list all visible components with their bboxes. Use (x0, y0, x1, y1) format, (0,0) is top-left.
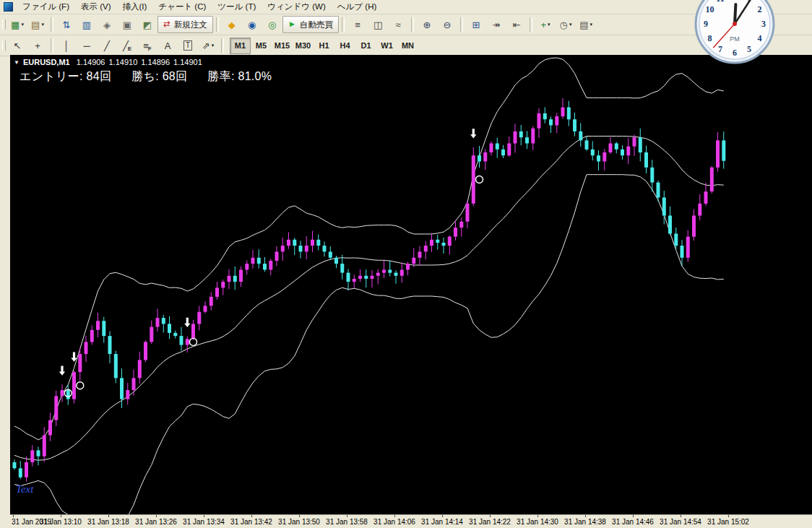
text-label-tool[interactable]: T (178, 37, 198, 54)
timeframe-h1[interactable]: H1 (314, 38, 334, 54)
horizontal-line-tool[interactable]: ─ (77, 37, 97, 54)
tile-windows-icon: ⊞ (472, 20, 480, 30)
chevron-down-icon[interactable]: ▼ (14, 59, 20, 66)
arrows-caret-icon[interactable]: ▾ (212, 43, 215, 48)
entry-arrow-icon (470, 129, 476, 138)
candle-body (692, 216, 696, 237)
menu-file[interactable]: ファイル (F) (17, 0, 75, 14)
candle-body (43, 436, 46, 456)
candle-body (644, 152, 648, 168)
timeframe-w1[interactable]: W1 (376, 38, 397, 54)
chart-shift-tool[interactable]: ⇤ (506, 16, 527, 33)
candle-body (311, 240, 314, 246)
candle-body (567, 108, 571, 120)
strategy-tester-tool[interactable]: ◩ (137, 16, 157, 33)
line-chart-mode-icon: ≈ (395, 20, 400, 30)
menu-help[interactable]: ヘルプ (H) (332, 0, 382, 14)
auto-scroll-tool[interactable]: ↠ (486, 16, 506, 33)
navigator-tool[interactable]: ◈ (97, 16, 117, 33)
zoom-in-tool[interactable]: ⊕ (417, 16, 437, 33)
line-chart-mode-tool[interactable]: ≈ (388, 16, 408, 33)
chart-text-object[interactable]: Text (16, 483, 33, 495)
cursor-tool[interactable]: ↖ (7, 37, 27, 54)
metaeditor-tool[interactable]: ◆ (222, 16, 242, 33)
crosshair-tool[interactable]: + (27, 37, 48, 54)
candle-body (228, 276, 231, 282)
candle-body (78, 354, 82, 372)
new-chart-tool[interactable]: ▦▾ (7, 16, 27, 33)
menu-charts[interactable]: チャート (C) (152, 0, 212, 14)
timeframe-mn[interactable]: MN (397, 38, 418, 54)
clock-number: 6 (733, 48, 737, 58)
periods-caret-icon[interactable]: ▾ (569, 22, 572, 27)
fibonacci-tool[interactable]: ≡F (137, 37, 157, 54)
candle-body (722, 140, 725, 160)
time-axis-tick (442, 515, 443, 517)
timeframe-m5[interactable]: M5 (251, 38, 272, 54)
time-axis-tick (13, 515, 14, 517)
timeframe-m15[interactable]: M15 (272, 38, 293, 54)
time-axis-label: 31 Jan 14:38 (564, 518, 606, 526)
candle-body (412, 258, 415, 264)
trendline-tool[interactable]: ╱ (97, 37, 117, 54)
periods-tool[interactable]: ◷▾ (556, 16, 576, 33)
candle-body (54, 396, 58, 420)
templates-caret-icon[interactable]: ▾ (589, 22, 592, 27)
bar-chart-mode-icon: ≡ (355, 20, 360, 30)
ea-stats-overlay: エントリー: 84回 勝ち: 68回 勝率: 81.0% (20, 69, 272, 85)
time-axis-label: 31 Jan 13:42 (230, 518, 272, 526)
app-icon[interactable] (4, 2, 13, 12)
bar-chart-mode-tool[interactable]: ≡ (347, 16, 368, 33)
candle-body (371, 276, 374, 279)
arrows-tool[interactable]: ⇗▾ (198, 37, 218, 54)
toolbar-separator (221, 38, 224, 53)
vertical-line-tool[interactable]: │ (56, 37, 77, 54)
text-tool[interactable]: A (157, 37, 178, 54)
time-axis-label: 31 Jan 14:30 (517, 518, 558, 526)
zoom-out-tool[interactable]: ⊖ (437, 16, 457, 33)
community-tool[interactable]: ◉ (242, 16, 262, 33)
time-axis-tick (299, 515, 300, 517)
equidistant-channel-letter: E (128, 46, 131, 52)
timeframe-h4[interactable]: H4 (334, 38, 355, 54)
time-axis-label: 31 Jan 14:14 (421, 518, 463, 526)
timeframe-m30[interactable]: M30 (293, 38, 314, 54)
chart-canvas[interactable] (10, 55, 812, 514)
clock-number: 2 (758, 4, 762, 14)
time-axis-tick (585, 515, 586, 517)
indicators-caret-icon[interactable]: ▾ (548, 22, 550, 27)
time-axis[interactable]: 31 Jan 201931 Jan 13:1031 Jan 13:1831 Ja… (10, 514, 812, 528)
equidistant-channel-tool[interactable]: ╱E (117, 37, 137, 54)
menu-window[interactable]: ウィンドウ (W) (262, 0, 332, 14)
menu-tools[interactable]: ツール (T) (212, 0, 262, 14)
auto-trading-button[interactable]: ►自動売買 (282, 16, 339, 33)
clock-number: 5 (747, 44, 751, 54)
profiles-tool[interactable]: ▤▾ (27, 16, 48, 33)
menu-insert[interactable]: 挿入(I) (117, 0, 153, 14)
clock-number: 8 (707, 33, 712, 43)
new-order-button[interactable]: ⇄新規注文 (157, 16, 213, 33)
terminal-tool[interactable]: ▣ (117, 16, 137, 33)
horizontal-line-icon: ─ (83, 41, 90, 51)
news-tool[interactable]: ◎ (262, 16, 282, 33)
indicators-tool[interactable]: +▾ (535, 16, 556, 33)
templates-tool[interactable]: ▤▾ (576, 16, 596, 33)
timeframe-m1[interactable]: M1 (230, 38, 251, 54)
market-watch-tool[interactable]: ⇅ (56, 16, 77, 33)
entry-circle-marker (77, 382, 84, 389)
menu-view[interactable]: 表示 (V) (75, 0, 117, 14)
candle-body (120, 378, 124, 399)
new-chart-caret-icon[interactable]: ▾ (21, 22, 24, 27)
candle-body (239, 270, 243, 282)
toolbar-separator (460, 17, 463, 32)
candlestick-mode-tool[interactable]: ◫ (368, 16, 388, 33)
data-window-tool[interactable]: ▥ (77, 16, 97, 33)
timeframe-d1[interactable]: D1 (355, 38, 376, 54)
tile-windows-tool[interactable]: ⊞ (466, 16, 486, 33)
candle-body (37, 450, 40, 456)
candle-body (150, 327, 153, 342)
arrows-icon: ⇗ (202, 41, 210, 51)
profiles-caret-icon[interactable]: ▾ (41, 22, 44, 27)
candle-body (61, 390, 64, 396)
candle-body (639, 137, 642, 152)
